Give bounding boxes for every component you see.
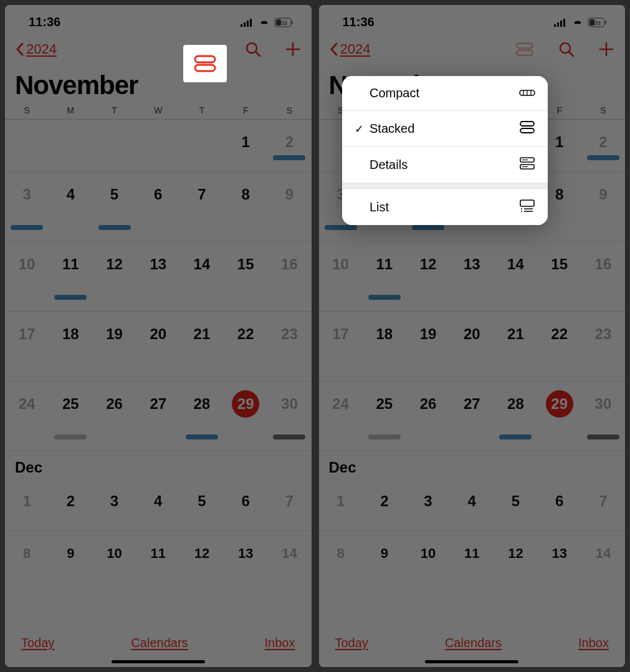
calendar-day[interactable]: 4 [136, 479, 180, 530]
calendar-day[interactable]: 14 [581, 531, 625, 567]
calendar-day[interactable]: 5 [92, 172, 136, 241]
calendar-day[interactable]: 26 [92, 382, 136, 451]
calendar-day[interactable]: 11 [136, 531, 180, 567]
calendar-day[interactable]: 6 [224, 479, 267, 530]
calendar-day[interactable]: 29 [224, 382, 267, 451]
calendar-day[interactable]: 4 [450, 479, 494, 530]
calendar-day[interactable]: 9 [581, 172, 625, 241]
calendar-day[interactable]: 21 [180, 312, 224, 381]
menu-item-details[interactable]: Details [342, 147, 548, 183]
calendar-day[interactable]: 3 [5, 172, 49, 241]
calendar-day[interactable]: 9 [363, 531, 406, 567]
calendar-day[interactable] [136, 120, 180, 171]
calendar-day[interactable]: 10 [319, 242, 363, 311]
add-icon[interactable] [284, 41, 302, 58]
menu-item-stacked[interactable]: ✓ Stacked [342, 111, 548, 147]
calendar-day[interactable] [49, 120, 92, 171]
calendar-day[interactable]: 27 [450, 382, 494, 451]
calendar-day[interactable]: 10 [406, 531, 450, 567]
calendar-day[interactable]: 7 [180, 172, 224, 241]
calendar-day[interactable]: 3 [92, 479, 136, 530]
calendar-day[interactable]: 1 [319, 479, 363, 530]
calendar-day[interactable]: 21 [494, 312, 537, 381]
home-indicator[interactable] [425, 660, 518, 663]
search-icon[interactable] [244, 41, 262, 58]
calendar-day[interactable]: 12 [92, 242, 136, 311]
calendar-day[interactable]: 11 [49, 242, 92, 311]
calendar-day[interactable]: 19 [92, 312, 136, 381]
calendar-day[interactable]: 20 [450, 312, 494, 381]
calendar-day[interactable] [180, 120, 224, 171]
search-icon[interactable] [558, 41, 575, 58]
calendar-day[interactable]: 12 [406, 242, 450, 311]
menu-item-list[interactable]: List [342, 190, 548, 225]
calendar-day[interactable]: 17 [319, 312, 363, 381]
calendar-day[interactable]: 4 [49, 172, 92, 241]
calendar-day[interactable]: 5 [180, 479, 224, 530]
calendar-day[interactable]: 14 [267, 531, 311, 567]
calendar-day[interactable]: 12 [180, 531, 224, 567]
calendar-day[interactable]: 13 [538, 531, 581, 567]
calendar-day[interactable]: 7 [267, 479, 311, 530]
back-year-button[interactable]: 2024 [329, 41, 371, 57]
calendar-day[interactable]: 22 [224, 312, 267, 381]
calendars-button[interactable]: Calendars [131, 636, 188, 650]
inbox-button[interactable]: Inbox [265, 636, 295, 650]
calendar-day[interactable]: 28 [494, 382, 537, 451]
calendar-day[interactable]: 10 [92, 531, 136, 567]
calendar-day[interactable]: 6 [538, 479, 581, 530]
calendar-day[interactable]: 18 [49, 312, 92, 381]
calendar-day[interactable]: 13 [136, 242, 180, 311]
calendar-day[interactable]: 7 [581, 479, 625, 530]
menu-item-compact[interactable]: Compact [342, 76, 548, 111]
calendar-day[interactable]: 25 [363, 382, 406, 451]
calendar-day[interactable]: 24 [319, 382, 363, 451]
today-button[interactable]: Today [335, 636, 368, 650]
stacked-view-icon[interactable] [193, 54, 217, 73]
calendar-day[interactable]: 2 [363, 479, 406, 530]
calendar-day[interactable]: 22 [538, 312, 581, 381]
calendar-day[interactable]: 2 [581, 120, 625, 171]
calendar-day[interactable]: 23 [267, 312, 311, 381]
calendar-day[interactable]: 30 [581, 382, 625, 451]
calendar-day[interactable]: 26 [406, 382, 450, 451]
calendar-day[interactable]: 11 [363, 242, 406, 311]
calendar-day[interactable]: 8 [224, 172, 267, 241]
calendar-day[interactable]: 24 [5, 382, 49, 451]
calendar-day[interactable]: 9 [49, 531, 92, 567]
calendar-day[interactable]: 13 [450, 242, 494, 311]
calendar-day[interactable]: 2 [267, 120, 311, 171]
calendar-day[interactable]: 19 [406, 312, 450, 381]
calendar-day[interactable]: 10 [5, 242, 49, 311]
calendar-day[interactable]: 20 [136, 312, 180, 381]
calendar-day[interactable]: 12 [494, 531, 537, 567]
calendar-day[interactable]: 6 [136, 172, 180, 241]
calendar-day[interactable]: 16 [267, 242, 311, 311]
calendars-button[interactable]: Calendars [445, 636, 502, 650]
calendar-day[interactable] [92, 120, 136, 171]
calendar-day[interactable]: 17 [5, 312, 49, 381]
calendar-day[interactable]: 9 [267, 172, 311, 241]
home-indicator[interactable] [112, 660, 205, 663]
calendar-day[interactable]: 15 [224, 242, 267, 311]
calendar-day[interactable]: 3 [406, 479, 450, 530]
stacked-view-icon[interactable] [514, 42, 535, 57]
today-button[interactable]: Today [21, 636, 54, 650]
calendar-day[interactable]: 1 [224, 120, 267, 171]
calendar-day[interactable]: 29 [538, 382, 581, 451]
back-year-button[interactable]: 2024 [15, 41, 57, 57]
calendar-day[interactable]: 2 [49, 479, 92, 530]
calendar-day[interactable]: 30 [267, 382, 311, 451]
inbox-button[interactable]: Inbox [578, 636, 609, 650]
calendar-day[interactable]: 1 [5, 479, 49, 530]
calendar-day[interactable]: 8 [319, 531, 363, 567]
calendar-day[interactable]: 8 [5, 531, 49, 567]
calendar-day[interactable] [5, 120, 49, 171]
calendar-day[interactable]: 15 [538, 242, 581, 311]
calendar-day[interactable]: 16 [581, 242, 625, 311]
add-icon[interactable] [598, 41, 615, 58]
calendar-day[interactable]: 18 [363, 312, 406, 381]
calendar-day[interactable]: 27 [136, 382, 180, 451]
calendar-day[interactable]: 14 [494, 242, 537, 311]
calendar-day[interactable]: 23 [581, 312, 625, 381]
